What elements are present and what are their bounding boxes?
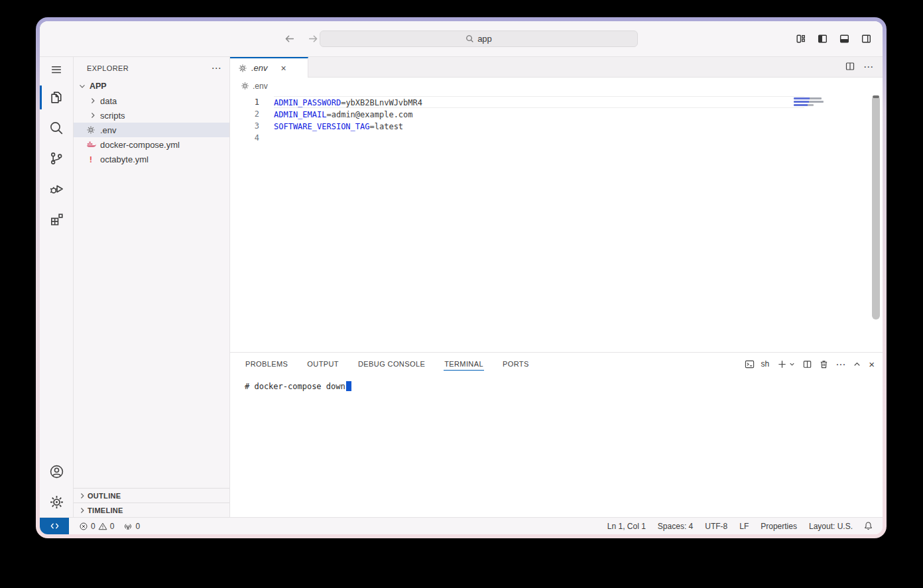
cursor-position[interactable]: Ln 1, Col 1 bbox=[601, 522, 652, 531]
tree-item-data[interactable]: data bbox=[74, 93, 229, 108]
tab-ports[interactable]: PORTS bbox=[502, 354, 530, 374]
toggle-primary-sidebar-icon[interactable] bbox=[815, 31, 830, 46]
file-label: .env bbox=[100, 125, 117, 135]
folder-label: data bbox=[100, 96, 117, 106]
editor-content[interactable]: 1 ADMIN_PASSWORD=ybXB2BLnvWJvbMR4 2 ADMI… bbox=[230, 94, 883, 352]
warning-count: 0 bbox=[110, 522, 115, 531]
customize-layout-icon[interactable] bbox=[793, 31, 808, 46]
settings-gear-icon[interactable] bbox=[40, 487, 73, 517]
menu-icon[interactable] bbox=[40, 57, 73, 82]
file-label: octabyte.yml bbox=[100, 154, 149, 164]
tree-item-docker-compose[interactable]: docker-compose.yml bbox=[74, 137, 229, 152]
tab-label: .env bbox=[251, 63, 268, 73]
back-arrow-icon[interactable] bbox=[282, 31, 296, 46]
env-value: ybXB2BLnvWJvbMR4 bbox=[345, 98, 422, 107]
tab-env[interactable]: .env × bbox=[230, 57, 308, 78]
code-line[interactable]: 3 SOFTWARE_VERSION_TAG=latest bbox=[230, 120, 883, 132]
more-actions-icon[interactable]: ⋯ bbox=[863, 62, 873, 72]
breadcrumb-item[interactable]: .env bbox=[253, 82, 268, 91]
tab-debug-console[interactable]: DEBUG CONSOLE bbox=[357, 354, 426, 374]
account-icon[interactable] bbox=[40, 456, 73, 487]
code-line[interactable]: 4 bbox=[230, 132, 883, 144]
search-sidebar-icon[interactable] bbox=[40, 113, 73, 143]
shell-label: sh bbox=[761, 359, 770, 369]
yaml-warning-icon: ! bbox=[86, 154, 96, 164]
editor-actions: ⋯ bbox=[845, 57, 883, 72]
editor-scrollbar[interactable] bbox=[872, 95, 880, 320]
line-number: 1 bbox=[230, 96, 259, 108]
chevron-right-icon bbox=[88, 96, 98, 105]
new-terminal-button[interactable] bbox=[777, 359, 796, 369]
breadcrumb[interactable]: .env bbox=[230, 78, 883, 94]
tab-bar: .env × ⋯ bbox=[230, 57, 883, 78]
code-line[interactable]: 2 ADMIN_EMAIL=admin@example.com bbox=[230, 108, 883, 120]
explorer-icon[interactable] bbox=[40, 82, 73, 113]
kill-terminal-icon[interactable] bbox=[819, 359, 829, 369]
folder-label: scripts bbox=[100, 111, 125, 121]
split-editor-icon[interactable] bbox=[845, 61, 855, 72]
tab-problems[interactable]: PROBLEMS bbox=[245, 354, 288, 374]
bottom-panel: PROBLEMS OUTPUT DEBUG CONSOLE TERMINAL P… bbox=[230, 352, 883, 517]
language-mode[interactable]: Properties bbox=[755, 522, 803, 531]
layout-controls bbox=[793, 31, 873, 46]
explorer-header: EXPLORER ⋯ bbox=[74, 57, 229, 79]
chevron-down-icon bbox=[77, 82, 88, 91]
toggle-secondary-sidebar-icon[interactable] bbox=[859, 31, 873, 46]
minimap-line bbox=[794, 101, 824, 103]
panel-tabs: PROBLEMS OUTPUT DEBUG CONSOLE TERMINAL P… bbox=[245, 354, 530, 374]
close-icon[interactable]: × bbox=[281, 64, 286, 73]
status-bar: 0 0 0 Ln 1, Col 1 Spaces: 4 UTF-8 LF Pro… bbox=[40, 517, 883, 534]
keyboard-layout[interactable]: Layout: U.S. bbox=[803, 522, 859, 531]
file-label: docker-compose.yml bbox=[100, 140, 180, 150]
problems-status[interactable]: 0 0 bbox=[74, 518, 119, 534]
run-debug-icon[interactable] bbox=[40, 174, 73, 204]
explorer-sidebar: EXPLORER ⋯ APP data bbox=[74, 57, 230, 517]
ports-status[interactable]: 0 bbox=[119, 518, 145, 534]
env-value: latest bbox=[375, 122, 403, 131]
activity-bar bbox=[40, 57, 74, 517]
outline-section[interactable]: OUTLINE bbox=[74, 488, 229, 502]
maximize-panel-icon[interactable] bbox=[852, 359, 862, 369]
file-tree: APP data scripts bbox=[74, 79, 229, 488]
root-folder-label: APP bbox=[90, 82, 107, 91]
panel-more-icon[interactable]: ⋯ bbox=[835, 359, 845, 369]
search-icon bbox=[465, 34, 474, 43]
forward-arrow-icon[interactable] bbox=[306, 31, 320, 46]
editor-group: .env × ⋯ .env bbox=[230, 57, 883, 517]
encoding[interactable]: UTF-8 bbox=[699, 522, 733, 531]
activity-bar-spacer bbox=[40, 235, 73, 456]
outline-label: OUTLINE bbox=[88, 492, 121, 500]
tree-item-env[interactable]: .env bbox=[74, 123, 229, 137]
source-control-icon[interactable] bbox=[40, 143, 73, 174]
command-center-search[interactable]: app bbox=[320, 30, 638, 47]
minimap-line bbox=[794, 97, 822, 99]
ports-count: 0 bbox=[135, 522, 140, 531]
toggle-panel-icon[interactable] bbox=[837, 31, 851, 46]
status-right: Ln 1, Col 1 Spaces: 4 UTF-8 LF Propertie… bbox=[601, 518, 883, 534]
code-line[interactable]: 1 ADMIN_PASSWORD=ybXB2BLnvWJvbMR4 bbox=[230, 96, 883, 108]
status-left: 0 0 0 bbox=[40, 518, 145, 534]
tree-root-app[interactable]: APP bbox=[74, 79, 229, 93]
notifications-bell-icon[interactable] bbox=[859, 521, 876, 531]
tab-terminal[interactable]: TERMINAL bbox=[444, 354, 484, 374]
line-number: 3 bbox=[230, 120, 259, 132]
tab-output[interactable]: OUTPUT bbox=[306, 354, 339, 374]
tree-item-octabyte[interactable]: ! octabyte.yml bbox=[74, 152, 229, 166]
terminal-cursor bbox=[346, 381, 351, 391]
tree-item-scripts[interactable]: scripts bbox=[74, 108, 229, 123]
terminal-content[interactable]: # docker-compose down bbox=[230, 375, 883, 517]
line-number: 4 bbox=[230, 132, 259, 144]
remote-indicator[interactable] bbox=[40, 518, 69, 534]
line-number: 2 bbox=[230, 108, 259, 120]
split-terminal-icon[interactable] bbox=[802, 359, 812, 369]
explorer-more-icon[interactable]: ⋯ bbox=[212, 62, 221, 74]
close-panel-icon[interactable]: × bbox=[869, 359, 875, 369]
terminal-actions: sh ⋯ bbox=[745, 359, 875, 369]
minimap[interactable] bbox=[794, 97, 824, 107]
gear-file-icon bbox=[241, 82, 249, 90]
indentation[interactable]: Spaces: 4 bbox=[652, 522, 699, 531]
timeline-label: TIMELINE bbox=[88, 506, 123, 514]
extensions-icon[interactable] bbox=[40, 204, 73, 235]
eol-sequence[interactable]: LF bbox=[733, 522, 755, 531]
timeline-section[interactable]: TIMELINE bbox=[74, 502, 229, 517]
